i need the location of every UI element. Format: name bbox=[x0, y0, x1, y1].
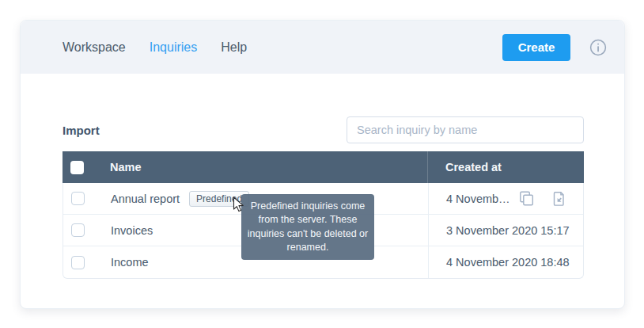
page-title: Import bbox=[63, 124, 100, 137]
created-at-value: 3 November 2020 15:17 bbox=[446, 224, 570, 237]
nav-item-help[interactable]: Help bbox=[221, 40, 247, 55]
row-checkbox[interactable] bbox=[71, 256, 85, 269]
created-at-cell: 4 November 2020 18:48 bbox=[429, 246, 583, 278]
column-label-name: Name bbox=[110, 161, 142, 174]
created-at-cell: 4 Novemb… bbox=[429, 183, 583, 214]
created-at-value: 4 November 2020 18:48 bbox=[446, 256, 570, 269]
select-all-checkbox[interactable] bbox=[70, 161, 84, 174]
copy-icon[interactable] bbox=[518, 190, 536, 208]
inquiry-name: Annual report bbox=[111, 193, 180, 205]
inquiry-name: Income bbox=[111, 256, 149, 269]
file-export-icon[interactable] bbox=[550, 190, 567, 208]
header-cell-name: Name bbox=[63, 151, 428, 183]
inquiry-name: Invoices bbox=[111, 224, 153, 237]
info-icon[interactable] bbox=[589, 39, 607, 56]
create-button[interactable]: Create bbox=[502, 34, 570, 61]
mouse-cursor bbox=[233, 196, 244, 216]
row-checkbox[interactable] bbox=[71, 223, 85, 237]
page: Workspace Inquiries Help Create Import N… bbox=[0, 0, 644, 328]
app-card: Workspace Inquiries Help Create Import N… bbox=[20, 20, 625, 309]
row-checkbox[interactable] bbox=[71, 192, 85, 205]
nav-item-workspace[interactable]: Workspace bbox=[63, 40, 126, 55]
created-at-value: 4 Novemb… bbox=[446, 193, 510, 205]
header-cell-created-at: Created at bbox=[428, 151, 584, 183]
nav-menu: Workspace Inquiries Help bbox=[63, 40, 247, 55]
nav-item-inquiries[interactable]: Inquiries bbox=[150, 40, 197, 55]
top-navigation: Workspace Inquiries Help Create bbox=[21, 21, 624, 74]
predefined-tooltip: Predefined inquiries come from the serve… bbox=[241, 194, 374, 260]
column-label-created-at: Created at bbox=[445, 161, 502, 174]
table-header: Name Created at bbox=[63, 151, 584, 183]
search-input[interactable] bbox=[347, 116, 584, 143]
created-at-cell: 3 November 2020 15:17 bbox=[429, 215, 583, 246]
